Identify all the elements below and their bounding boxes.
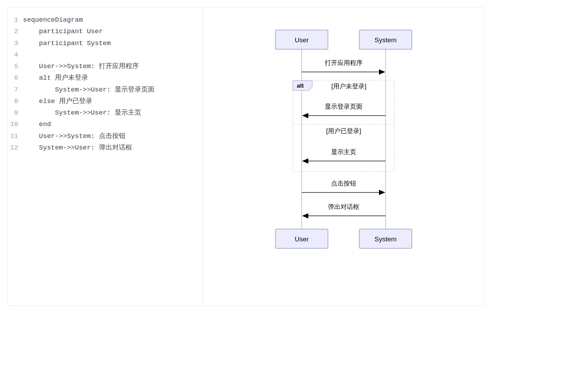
line-number: 10	[7, 119, 23, 130]
line-number: 2	[7, 26, 23, 37]
actor-system-top-label: System	[374, 36, 396, 44]
alt-cond-2: [用户已登录]	[326, 127, 361, 134]
code-line[interactable]: 3 participant System	[7, 38, 203, 49]
line-text: User->>System: 点击按钮	[23, 131, 126, 142]
sequence-diagram: User System 打开应用程序 alt [用户未登录] 显示登录页面 [用…	[256, 21, 431, 273]
code-line[interactable]: 8 else 用户已登录	[7, 96, 203, 107]
line-text: System->>User: 弹出对话框	[23, 142, 132, 154]
actor-user-top-label: User	[295, 36, 309, 44]
msg-5-text: 弹出对话框	[328, 203, 359, 210]
line-number: 6	[7, 72, 23, 84]
code-line[interactable]: 4	[7, 49, 203, 61]
line-text: else 用户已登录	[23, 96, 92, 107]
alt-label-text: alt	[297, 82, 304, 89]
alt-cond-1: [用户未登录]	[331, 83, 366, 90]
line-text: alt 用户未登录	[23, 72, 88, 84]
line-number: 7	[7, 84, 23, 96]
line-number: 9	[7, 107, 23, 119]
line-text: sequenceDiagram	[23, 14, 83, 26]
code-line[interactable]: 1sequenceDiagram	[7, 14, 203, 26]
diagram-panel: User System 打开应用程序 alt [用户未登录] 显示登录页面 [用…	[203, 7, 484, 306]
line-text: participant System	[23, 38, 111, 49]
line-number: 3	[7, 38, 23, 49]
msg-2-text: 显示登录页面	[325, 103, 363, 110]
msg-4-text: 点击按钮	[331, 180, 356, 187]
line-text: System->>User: 显示登录页面	[23, 84, 155, 96]
line-text: participant User	[23, 26, 103, 37]
actor-user-bottom-label: User	[295, 235, 309, 243]
code-line[interactable]: 2 participant User	[7, 26, 203, 37]
code-line[interactable]: 7 System->>User: 显示登录页面	[7, 84, 203, 96]
code-panel[interactable]: 1sequenceDiagram2 participant User3 part…	[7, 7, 203, 306]
code-line[interactable]: 9 System->>User: 显示主页	[7, 107, 203, 119]
line-number: 4	[7, 49, 23, 61]
code-line[interactable]: 12 System->>User: 弹出对话框	[7, 142, 203, 154]
code-line[interactable]: 10 end	[7, 119, 203, 130]
line-number: 12	[7, 142, 23, 154]
alt-box	[293, 81, 394, 171]
code-line[interactable]: 11 User->>System: 点击按钮	[7, 131, 203, 142]
code-line[interactable]: 5 User->>System: 打开应用程序	[7, 61, 203, 72]
line-text: User->>System: 打开应用程序	[23, 61, 139, 72]
actor-system-bottom-label: System	[374, 235, 396, 243]
line-number: 5	[7, 61, 23, 72]
msg-3-text: 显示主页	[331, 148, 356, 155]
editor-container: 1sequenceDiagram2 participant User3 part…	[7, 7, 485, 306]
line-number: 1	[7, 14, 23, 26]
msg-1-text: 打开应用程序	[324, 59, 363, 66]
line-text: end	[23, 119, 51, 130]
line-number: 11	[7, 131, 23, 142]
line-number: 8	[7, 96, 23, 107]
line-text: System->>User: 显示主页	[23, 107, 141, 119]
code-line[interactable]: 6 alt 用户未登录	[7, 72, 203, 84]
